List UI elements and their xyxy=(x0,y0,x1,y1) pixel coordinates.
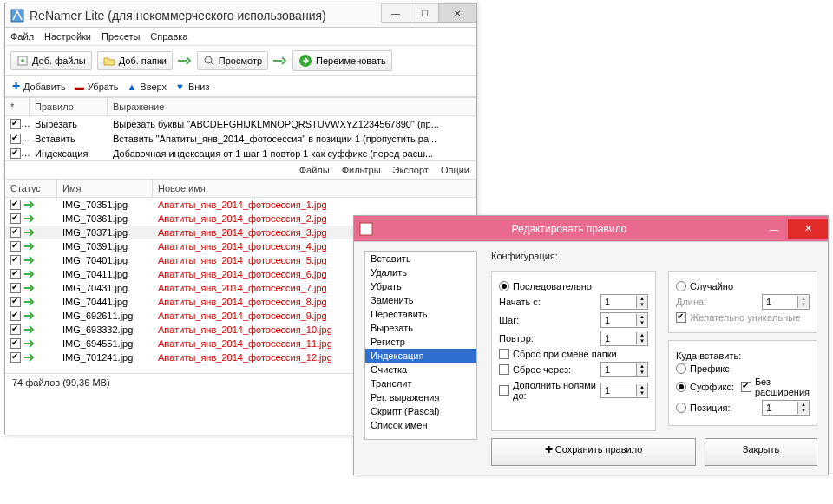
files-col-name[interactable]: Имя xyxy=(57,180,153,197)
rule-type-item[interactable]: Убрать xyxy=(365,279,476,293)
rule-type-item[interactable]: Скрипт (Pascal) xyxy=(365,404,476,418)
dialog-close-button[interactable]: ✕ xyxy=(788,219,828,239)
rule-type-item[interactable]: Вырезать xyxy=(365,321,476,335)
rule-row[interactable]: 2ВставитьВставить "Апатиты_янв_2014_фото… xyxy=(5,131,476,146)
add-folder-icon xyxy=(103,55,115,67)
reset-every-checkbox[interactable] xyxy=(499,364,509,375)
rule-type-item[interactable]: Очистка xyxy=(365,363,476,376)
move-up-button[interactable]: ▲Вверх xyxy=(127,82,167,92)
file-row[interactable]: IMG_70351.jpgАпатиты_янв_2014_фотосессия… xyxy=(5,198,476,212)
add-files-label: Доб. файлы xyxy=(32,56,86,66)
rule-checkbox[interactable] xyxy=(10,119,21,129)
rule-type-item[interactable]: Заменить xyxy=(365,293,476,307)
rename-button[interactable]: Переименовать xyxy=(292,50,392,71)
menu-help[interactable]: Справка xyxy=(150,31,187,42)
close-dialog-button[interactable]: Закрыть xyxy=(705,438,817,466)
step-label: Шаг: xyxy=(499,315,600,325)
step-spinner[interactable]: ▲▼ xyxy=(600,312,648,328)
rule-checkbox[interactable] xyxy=(10,148,21,159)
add-file-icon xyxy=(16,55,29,67)
suffix-radio[interactable] xyxy=(676,382,686,392)
repeat-spinner[interactable]: ▲▼ xyxy=(600,331,648,346)
rules-col-num[interactable]: * xyxy=(5,98,30,115)
length-spinner[interactable]: ▲▼ xyxy=(762,294,810,310)
rule-type-item[interactable]: Переставить xyxy=(365,307,476,321)
files-col-new[interactable]: Новое имя xyxy=(153,180,476,197)
preview-button[interactable]: Просмотр xyxy=(197,51,268,70)
arrow-icon xyxy=(24,298,35,306)
rule-type-item[interactable]: Вставить xyxy=(365,252,476,265)
position-spinner[interactable]: ▲▼ xyxy=(762,400,810,416)
rule-type-item[interactable]: Транслит xyxy=(365,376,476,390)
config-heading: Конфигурация: xyxy=(491,251,817,265)
add-files-button[interactable]: Доб. файлы xyxy=(10,51,92,70)
arrow-icon xyxy=(24,228,35,237)
file-checkbox[interactable] xyxy=(10,338,21,349)
rule-row[interactable]: 1ВырезатьВырезать буквы "ABCDEFGHIJKLMNO… xyxy=(5,116,476,131)
file-checkbox[interactable] xyxy=(10,213,21,224)
arrow-icon xyxy=(24,270,35,278)
maximize-button[interactable]: ☐ xyxy=(410,3,439,23)
save-rule-button[interactable]: ✚ Сохранить правило xyxy=(491,438,696,466)
file-new-name: Апатиты_янв_2014_фотосессия_1.jpg xyxy=(153,198,476,212)
file-checkbox[interactable] xyxy=(10,255,21,265)
menu-file[interactable]: Файл xyxy=(10,31,34,42)
file-checkbox[interactable] xyxy=(10,200,21,210)
menu-settings[interactable]: Настройки xyxy=(44,31,91,42)
rule-checkbox[interactable] xyxy=(10,134,21,144)
rule-type-item[interactable]: Регистр xyxy=(365,335,476,349)
menu-presets[interactable]: Пресеты xyxy=(102,31,140,42)
up-label: Вверх xyxy=(140,82,167,92)
reset-folder-label: Сброс при смене папки xyxy=(513,349,648,359)
prefix-radio[interactable] xyxy=(676,363,686,374)
file-checkbox[interactable] xyxy=(10,283,21,293)
file-checkbox[interactable] xyxy=(10,241,21,252)
pad-spinner[interactable]: ▲▼ xyxy=(600,383,648,398)
start-spinner[interactable]: ▲▼ xyxy=(600,294,648,310)
rule-type-item[interactable]: Индексация xyxy=(365,349,476,363)
title-bar: ReNamer Lite (для некоммерческого исполь… xyxy=(5,3,476,28)
arrow-icon xyxy=(24,311,35,320)
rule-type-item[interactable]: Рег. выражения xyxy=(365,390,476,404)
files-col-status[interactable]: Статус xyxy=(5,180,57,197)
file-checkbox[interactable] xyxy=(10,311,21,321)
add-folders-button[interactable]: Доб. папки xyxy=(97,51,173,70)
rules-col-expr[interactable]: Выражение xyxy=(108,98,476,115)
reset-folder-checkbox[interactable] xyxy=(499,349,509,359)
filters-tab[interactable]: Фильтры xyxy=(342,165,381,175)
arrow-icon xyxy=(24,325,35,334)
prefix-label: Префикс xyxy=(690,363,810,374)
position-radio[interactable] xyxy=(676,403,686,413)
rules-col-rule[interactable]: Правило xyxy=(30,98,108,115)
files-tab[interactable]: Файлы xyxy=(299,165,330,175)
file-checkbox[interactable] xyxy=(10,227,21,238)
dialog-minimize-button[interactable]: — xyxy=(759,219,789,239)
options-tab[interactable]: Опции xyxy=(441,165,469,175)
pad-zeros-checkbox[interactable] xyxy=(499,385,509,396)
arrow-icon xyxy=(24,214,35,223)
rule-type-list[interactable]: ВставитьУдалитьУбратьЗаменитьПереставить… xyxy=(364,251,477,440)
minimize-button[interactable]: — xyxy=(381,3,410,23)
rule-name: Вставить xyxy=(30,132,108,146)
file-checkbox[interactable] xyxy=(10,352,21,363)
unique-checkbox[interactable] xyxy=(676,312,686,323)
suffix-label: Суффикс: xyxy=(690,382,738,392)
remove-rule-button[interactable]: ▬Убрать xyxy=(75,82,119,92)
file-name: IMG_701241.jpg xyxy=(57,350,153,364)
rule-row[interactable]: 3ИндексацияДобавочная индексация от 1 ша… xyxy=(5,146,476,160)
file-checkbox[interactable] xyxy=(10,297,21,307)
sequential-radio[interactable] xyxy=(499,281,509,291)
file-name: IMG_70371.jpg xyxy=(57,226,153,239)
export-tab[interactable]: Экспорт xyxy=(393,165,429,175)
rule-type-item[interactable]: Удалить xyxy=(365,265,476,279)
file-name: IMG_693332.jpg xyxy=(57,323,153,337)
random-radio[interactable] xyxy=(676,281,686,291)
file-checkbox[interactable] xyxy=(10,324,21,335)
rule-type-item[interactable]: Список имен xyxy=(365,418,476,432)
reset-spinner[interactable]: ▲▼ xyxy=(600,362,648,377)
skip-ext-checkbox[interactable] xyxy=(741,382,751,392)
move-down-button[interactable]: ▼Вниз xyxy=(175,82,210,92)
close-button[interactable]: ✕ xyxy=(438,3,476,23)
file-checkbox[interactable] xyxy=(10,269,21,279)
add-rule-button[interactable]: ✚Добавить xyxy=(12,81,66,92)
